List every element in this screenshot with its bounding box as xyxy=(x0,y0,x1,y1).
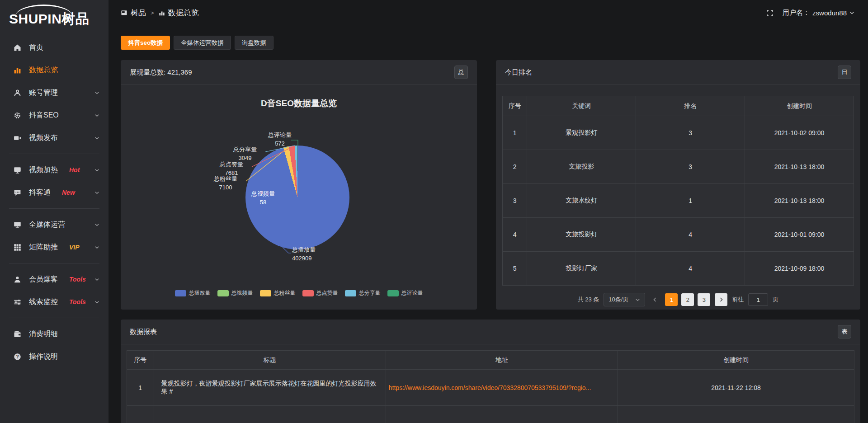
chevron-down-icon xyxy=(94,222,99,227)
pie-label-value: 7100 xyxy=(206,183,245,192)
prev-page-icon[interactable] xyxy=(650,293,660,306)
column-header: 序号 xyxy=(503,96,527,116)
report-panel: 数据报表 表 序号标题地址创建时间1景观投影灯，夜游景观投影灯厂家展示展示落花灯… xyxy=(121,320,860,423)
user-menu[interactable]: 用户名： zswodun88 xyxy=(783,9,854,17)
next-page-icon[interactable] xyxy=(715,293,727,306)
pie-label-value: 7681 xyxy=(212,169,251,178)
table-cell: 3 xyxy=(636,150,745,184)
legend-label: 总分享量 xyxy=(359,289,381,297)
breadcrumb: 树品 > 数据总览 xyxy=(121,8,199,18)
sidebar-item-clue-monitor[interactable]: 线索监控Tools xyxy=(0,291,108,313)
page-button-3[interactable]: 3 xyxy=(698,293,710,306)
total-view-button[interactable]: 总 xyxy=(454,66,468,79)
column-header: 排名 xyxy=(636,96,745,116)
column-header: 关键词 xyxy=(527,96,636,116)
chevron-down-icon xyxy=(94,90,99,95)
sidebar-item-account-management[interactable]: 账号管理 xyxy=(0,81,108,104)
sidebar: SHUPIN树品 首页数据总览账号管理抖音SEO视频发布视频加热Hot抖客通Ne… xyxy=(0,0,108,423)
monitor-icon xyxy=(14,221,22,229)
legend-item[interactable]: 总评论量 xyxy=(387,289,423,297)
sidebar-item-label: 账号管理 xyxy=(29,88,58,98)
impressions-panel: 展现量总数: 421,369 总 D音SEO数据量总览 总播放量402909总视… xyxy=(121,60,477,310)
chevron-down-icon xyxy=(94,168,99,173)
table-view-button[interactable]: 表 xyxy=(838,325,851,338)
chevron-down-icon xyxy=(94,300,99,305)
sidebar-item-video-publish[interactable]: 视频发布 xyxy=(0,127,108,149)
question-circle-icon: ? xyxy=(14,353,22,361)
sidebar-item-data-overview[interactable]: 数据总览 xyxy=(0,59,108,81)
legend-label: 总播放量 xyxy=(189,289,211,297)
url-link[interactable]: https://www.iesdouyin.com/share/video/70… xyxy=(386,370,618,406)
legend-item[interactable]: 总粉丝量 xyxy=(260,289,296,297)
sidebar-item-consume-detail[interactable]: 消费明细 xyxy=(0,323,108,345)
table-cell: 文旅水纹灯 xyxy=(527,184,636,218)
goto-label: 前往 xyxy=(732,296,744,304)
app-window-icon xyxy=(121,9,127,16)
pie-label-value: 402909 xyxy=(292,254,342,263)
sidebar-item-label: 抖音SEO xyxy=(29,111,59,120)
table-cell: 2021-10-13 18:00 xyxy=(745,184,854,218)
sidebar-item-member-leads[interactable]: 会员爆客Tools xyxy=(0,268,108,291)
tab-2[interactable]: 全媒体运营数据 xyxy=(174,36,231,50)
chart-legend: 总播放量总视频量总粉丝量总点赞量总分享量总评论量 xyxy=(121,289,477,297)
pie-label-name: 总播放量 xyxy=(292,246,342,254)
legend-item[interactable]: 总播放量 xyxy=(175,289,211,297)
table-cell: 3 xyxy=(503,184,527,218)
sidebar-item-douketong[interactable]: 抖客通New xyxy=(0,181,108,204)
sidebar-item-media-operation[interactable]: 全媒体运营 xyxy=(0,213,108,236)
tab-3[interactable]: 询盘数据 xyxy=(235,36,274,50)
column-header: 标题 xyxy=(154,351,386,370)
page-button-1[interactable]: 1 xyxy=(665,293,678,306)
legend-item[interactable]: 总视频量 xyxy=(217,289,253,297)
sidebar-item-douyin-seo[interactable]: 抖音SEO xyxy=(0,104,108,127)
goto-unit: 页 xyxy=(773,296,778,304)
table-cell: 4 xyxy=(636,218,745,252)
video-camera-icon xyxy=(14,134,22,142)
fullscreen-icon[interactable] xyxy=(766,9,774,17)
chevron-down-icon xyxy=(94,245,99,250)
sidebar-item-label: 抖客通 xyxy=(29,188,51,197)
impressions-total-title: 展现量总数: 421,369 xyxy=(130,68,192,77)
legend-swatch xyxy=(175,290,186,296)
report-table: 序号标题地址创建时间1景观投影灯，夜游景观投影灯厂家展示展示落花灯在花园里的灯光… xyxy=(127,350,854,423)
chevron-down-icon xyxy=(849,10,854,15)
chart-title: D音SEO数据量总览 xyxy=(121,98,477,109)
chevron-down-icon xyxy=(94,277,99,282)
breadcrumb-page[interactable]: 数据总览 xyxy=(159,8,199,18)
chevron-down-icon xyxy=(94,113,99,118)
sidebar-item-home[interactable]: 首页 xyxy=(0,36,108,59)
sidebar-nav: 首页数据总览账号管理抖音SEO视频发布视频加热Hot抖客通New全媒体运营矩阵助… xyxy=(0,36,108,368)
table-row: 4文旅投影灯42021-10-01 09:00 xyxy=(503,218,854,252)
data-tabs: 抖音seo数据全媒体运营数据询盘数据 xyxy=(121,36,860,50)
sidebar-divider xyxy=(9,208,99,209)
app-logo[interactable]: SHUPIN树品 xyxy=(0,0,108,36)
legend-swatch xyxy=(345,290,356,296)
sidebar-item-operation-guide[interactable]: ?操作说明 xyxy=(0,345,108,368)
pie-label-value: 572 xyxy=(261,140,299,148)
chevron-down-icon xyxy=(635,297,640,302)
username-label: 用户名： xyxy=(783,9,810,17)
sidebar-item-matrix-boost[interactable]: 矩阵助推VIP xyxy=(0,236,108,258)
page-size-value: 10条/页 xyxy=(609,296,628,304)
table-cell: 景观投影灯 xyxy=(527,116,636,150)
goto-page-input[interactable] xyxy=(748,293,768,306)
breadcrumb-app[interactable]: 树品 xyxy=(121,8,146,18)
table-cell: 5 xyxy=(503,252,527,286)
wallet-icon xyxy=(14,330,22,338)
day-view-button[interactable]: 日 xyxy=(838,66,851,79)
tab-1[interactable]: 抖音seo数据 xyxy=(121,36,170,50)
sidebar-item-video-heat[interactable]: 视频加热Hot xyxy=(0,159,108,181)
legend-item[interactable]: 总分享量 xyxy=(345,289,381,297)
rank-panel-title: 今日排名 xyxy=(505,68,532,77)
column-header: 地址 xyxy=(386,351,618,370)
page-button-2[interactable]: 2 xyxy=(681,293,694,306)
legend-item[interactable]: 总点赞量 xyxy=(302,289,338,297)
sidebar-item-label: 视频加热 xyxy=(29,165,58,175)
table-row: 3文旅水纹灯12021-10-13 18:00 xyxy=(503,184,854,218)
report-panel-header: 数据报表 表 xyxy=(121,320,860,344)
username-value: zswodun88 xyxy=(812,9,847,17)
pie-label-value: 58 xyxy=(243,198,283,207)
page-size-select[interactable]: 10条/页 xyxy=(604,293,645,306)
table-cell: 1 xyxy=(503,116,527,150)
table-cell xyxy=(618,406,854,423)
